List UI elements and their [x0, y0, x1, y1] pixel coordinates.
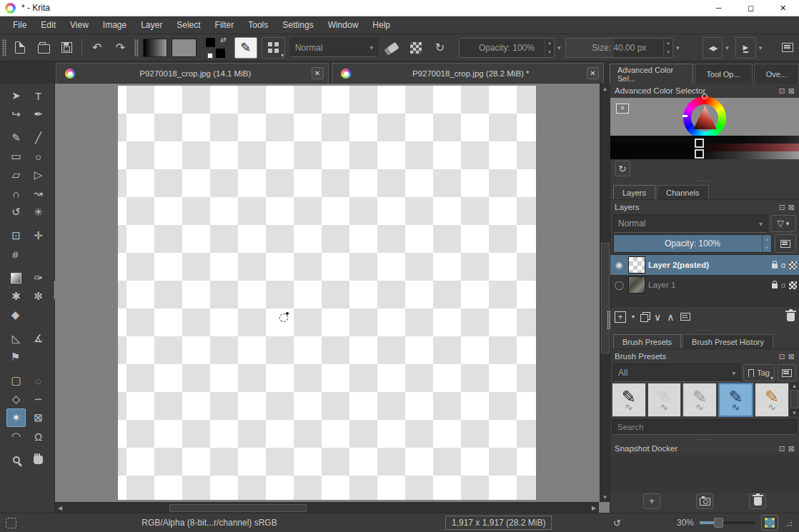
color-strip-2[interactable] [610, 144, 799, 151]
color-strip-3[interactable] [610, 151, 799, 159]
brush-size-slider[interactable]: Size: 40.00 px ▴ ▾ [565, 38, 674, 58]
undo-button[interactable]: ↶ [87, 38, 106, 58]
brush-scrollbar-thumb[interactable] [790, 390, 798, 408]
update-color-history-button[interactable]: ↻ [615, 161, 630, 176]
tool-pan[interactable] [29, 451, 48, 469]
lock-icon[interactable] [772, 283, 778, 288]
snapshot-list[interactable] [610, 454, 799, 493]
tool-move[interactable]: ✛ [29, 226, 48, 245]
open-document-button[interactable] [34, 38, 54, 58]
document-tab-1[interactable]: P9270018_crop.jpg (14.1 MiB) ✕ [56, 63, 329, 84]
brush-preset-5[interactable]: ✎ ∿ [755, 383, 789, 417]
maximize-button[interactable]: ◻ [735, 0, 767, 16]
brush-tag-filter-dropdown[interactable]: All ▾ [613, 363, 740, 382]
save-button[interactable] [57, 38, 76, 58]
reset-rotation-icon[interactable]: ↺ [613, 518, 621, 528]
brush-display-settings-button[interactable] [778, 364, 796, 381]
brush-preset-chooser-button[interactable]: ▾ [262, 37, 285, 59]
tool-edit-shapes[interactable]: ↪ [6, 105, 26, 124]
tool-zoom[interactable] [6, 451, 26, 469]
brush-search-input[interactable] [612, 419, 797, 435]
tool-measure[interactable]: ∡ [29, 329, 48, 348]
menu-select[interactable]: Select [169, 16, 207, 34]
size-spinner[interactable]: ▴ ▾ [663, 39, 673, 57]
menu-image[interactable]: Image [96, 16, 134, 34]
tab-brush-preset-history[interactable]: Brush Preset History [683, 334, 773, 348]
horizontal-mirror-dropdown[interactable]: ▾ [723, 38, 731, 58]
docker-splitter-handle[interactable] [607, 311, 610, 329]
menu-tools[interactable]: Tools [241, 16, 275, 34]
spin-up-icon[interactable]: ▴ [763, 235, 771, 244]
tool-crop[interactable]: # [6, 245, 25, 264]
tool-contiguous-select[interactable]: ⊠ [29, 408, 48, 427]
docker-resize-handle[interactable]: ······ [610, 178, 799, 183]
move-layer-down-button[interactable]: ∨ [654, 311, 661, 323]
layer-row-layer2[interactable]: ◉ Layer 2(pasted) α [610, 255, 799, 275]
tool-transform[interactable]: ⊡ [6, 226, 26, 245]
tool-line[interactable]: ╱ [29, 129, 48, 147]
vertical-scrollbar-thumb[interactable] [601, 243, 610, 353]
scroll-up-arrow[interactable]: ▲ [600, 84, 610, 94]
menu-file[interactable]: File [6, 16, 34, 34]
strip-marker[interactable] [695, 139, 704, 148]
close-docker-icon[interactable]: ⊠ [788, 86, 795, 96]
spin-up-icon[interactable]: ▴ [545, 39, 554, 48]
tab-advanced-color-selector[interactable]: Advanced Color Sel... [610, 64, 693, 84]
tab-tool-options[interactable]: Tool Op... [695, 64, 753, 84]
tab-close-button[interactable]: ✕ [587, 67, 599, 79]
scroll-down-arrow[interactable]: ▼ [600, 492, 610, 502]
hue-ring[interactable] [683, 96, 726, 139]
strip-marker[interactable] [695, 149, 704, 159]
tool-rectangular-select[interactable]: ▢ [6, 371, 26, 390]
close-docker-icon[interactable]: ⊠ [788, 444, 795, 453]
foreground-background-colors[interactable]: ⇄ [204, 37, 227, 59]
eraser-mode-button[interactable] [383, 38, 402, 58]
vertical-mirror-button[interactable]: ▸ [735, 37, 756, 59]
tool-polyline[interactable]: ▷ [29, 166, 48, 184]
advanced-color-selector[interactable]: ≡ [610, 98, 799, 159]
selection-display-mode-icon[interactable] [6, 518, 16, 528]
visibility-eye-icon[interactable]: ◉ [612, 260, 625, 270]
saturation-value-triangle[interactable] [693, 106, 717, 129]
wrap-around-mode-button[interactable] [778, 38, 797, 58]
remove-snapshot-button[interactable] [749, 493, 766, 509]
canvas-transparent-checker[interactable] [118, 86, 536, 500]
tool-colorize-mask[interactable]: ✼ [29, 287, 48, 306]
brush-scrollbar[interactable]: ▲ ▼ [790, 382, 799, 416]
tab-brush-presets[interactable]: Brush Presets [613, 334, 681, 348]
tool-polygon[interactable]: ▱ [6, 166, 26, 184]
tool-calligraphy[interactable]: ✒ [29, 105, 48, 124]
spin-down-icon[interactable]: ▾ [664, 48, 673, 57]
canvas-only-mode-button[interactable] [761, 515, 778, 531]
tool-dynamic-brush[interactable]: ↺ [6, 203, 26, 221]
inherit-alpha-icon[interactable] [789, 281, 797, 289]
size-options-dropdown[interactable]: ▾ [673, 38, 682, 58]
tool-color-sampler[interactable]: ✑ [29, 268, 48, 287]
layer-filter-button[interactable]: ▽ ▾ [770, 215, 796, 232]
horizontal-scrollbar-thumb[interactable] [169, 504, 307, 512]
toolbar-drag-handle[interactable] [2, 39, 6, 56]
tool-bezier-select[interactable]: ◠ [6, 427, 26, 446]
float-docker-icon[interactable]: ⊡ [779, 352, 785, 361]
delete-layer-button[interactable] [787, 313, 795, 321]
duplicate-layer-button[interactable] [640, 312, 648, 322]
tab-layers[interactable]: Layers [613, 185, 655, 199]
layer-opacity-slider[interactable]: Opacity: 100% ▴ ▾ [613, 234, 772, 253]
menu-view[interactable]: View [63, 16, 96, 34]
zoom-slider-thumb[interactable] [714, 518, 723, 528]
redo-button[interactable]: ↷ [111, 38, 130, 58]
tool-fill[interactable]: ◆ [6, 306, 25, 324]
brush-preset-3[interactable]: ✎ ∿ [683, 383, 717, 417]
tool-bezier-curve[interactable]: ∩ [6, 184, 26, 203]
layer-row-layer1[interactable]: ◯ Layer 1 α [610, 275, 799, 295]
gradient-chooser[interactable] [143, 39, 168, 57]
tool-rectangle[interactable]: ▭ [6, 147, 26, 166]
docker-resize-handle[interactable]: ······ [610, 436, 799, 441]
layer-opacity-spinner[interactable]: ▴ ▾ [762, 235, 771, 252]
layer-properties-button[interactable] [680, 313, 690, 321]
horizontal-mirror-button[interactable]: ◂▸ [703, 37, 723, 59]
menu-window[interactable]: Window [321, 16, 366, 34]
docker-resize-handle[interactable]: ······ [610, 327, 799, 332]
float-docker-icon[interactable]: ⊡ [779, 203, 785, 212]
spin-down-icon[interactable]: ▾ [545, 48, 554, 57]
